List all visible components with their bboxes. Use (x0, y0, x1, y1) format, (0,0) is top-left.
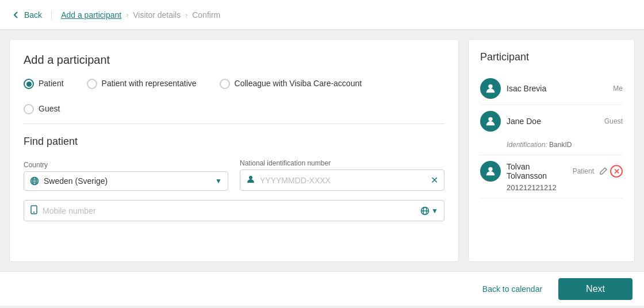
participant-info-isac: Isac Brevia (507, 84, 607, 93)
back-button[interactable]: Back (12, 10, 52, 20)
tolvan-id: 201212121212 (507, 183, 623, 192)
clear-national-id-button[interactable]: ✕ (431, 175, 438, 186)
mobile-row: ▼ (24, 200, 444, 221)
country-input-wrapper[interactable]: Sweden (Sverige) ▼ (24, 171, 228, 191)
national-id-input[interactable] (260, 176, 428, 185)
find-patient-title: Find patient (24, 136, 444, 148)
radio-group: Patient Patient with representative Coll… (24, 78, 444, 90)
identification-value-jane: BankID (549, 141, 572, 149)
mobile-field: ▼ (24, 200, 444, 221)
avatar-jane (480, 111, 501, 132)
national-id-label: National identification number (240, 159, 444, 167)
mobile-icon (30, 205, 38, 216)
edit-participant-button[interactable] (600, 167, 608, 176)
radio-patient-rep-circle (87, 79, 97, 89)
next-button[interactable]: Next (558, 278, 632, 300)
participant-badge-isac: Me (613, 84, 623, 93)
footer: Back to calendar Next (0, 271, 644, 306)
form-row-country-id: Country Sweden (Sverige) ▼ (24, 159, 444, 191)
globe-icon (30, 176, 39, 186)
participant-identification-jane: Identification: BankID (507, 141, 572, 149)
mobile-input[interactable] (43, 206, 420, 215)
breadcrumb-visitor-details: Visitor details (133, 10, 181, 20)
participant-actions-tolvan: ✕ (600, 165, 623, 178)
svg-point-11 (488, 84, 492, 88)
avatar-tolvan (480, 161, 501, 182)
participant-item-isac: Isac Brevia Me (480, 72, 623, 105)
breadcrumb-sep-2: › (185, 11, 187, 19)
country-label: Country (24, 161, 228, 169)
breadcrumb-add-participant[interactable]: Add a participant (61, 10, 121, 20)
divider (24, 124, 444, 124)
participant-name-jane: Jane Doe (507, 117, 599, 126)
participant-name-isac: Isac Brevia (507, 84, 607, 93)
left-panel: Add a participant Patient Patient with r… (9, 39, 459, 262)
svg-point-5 (249, 176, 252, 179)
radio-patient-rep-label: Patient with representative (102, 78, 197, 90)
participant-panel-title: Participant (480, 51, 623, 63)
svg-point-12 (488, 117, 492, 121)
radio-guest[interactable]: Guest (24, 103, 444, 115)
radio-guest-label: Guest (39, 103, 60, 115)
radio-guest-circle (24, 104, 34, 114)
country-field: Country Sweden (Sverige) ▼ (24, 161, 228, 191)
breadcrumb-confirm: Confirm (192, 10, 220, 20)
mobile-input-wrapper[interactable]: ▼ (24, 200, 444, 221)
tolvan-national-id: 201212121212 (507, 183, 557, 192)
globe-flag-icon[interactable]: ▼ (420, 206, 438, 215)
country-value: Sweden (Sverige) (44, 176, 215, 186)
breadcrumb-sep-1: › (126, 11, 128, 19)
radio-patient-rep[interactable]: Patient with representative (87, 78, 197, 90)
participant-name-tolvan: Tolvan Tolvansson (507, 162, 567, 180)
back-to-calendar-button[interactable]: Back to calendar (473, 280, 551, 298)
right-panel: Participant Isac Brevia Me Jane Doe Gues… (468, 39, 635, 262)
breadcrumb: Add a participant › Visitor details › Co… (52, 10, 220, 20)
participant-badge-jane: Guest (604, 117, 623, 125)
avatar-isac (480, 78, 501, 99)
main-content: Add a participant Patient Patient with r… (0, 30, 644, 271)
chevron-down-icon[interactable]: ▼ (215, 177, 222, 185)
radio-colleague-label: Colleague with Visiba Care-account (235, 78, 362, 90)
radio-patient-label: Patient (39, 78, 64, 90)
participant-item-tolvan: Tolvan Tolvansson Patient ✕ 201212121212 (480, 155, 623, 198)
svg-point-13 (488, 167, 492, 171)
chevron-down-icon: ▼ (431, 207, 438, 215)
person-icon (246, 175, 255, 186)
participant-item-jane: Jane Doe Guest Identification: BankID (480, 105, 623, 155)
header: Back Add a participant › Visitor details… (0, 0, 644, 30)
radio-colleague-circle (220, 79, 230, 89)
tolvan-top: Tolvan Tolvansson Patient ✕ (480, 161, 623, 182)
radio-patient-circle (24, 79, 34, 89)
participant-badge-tolvan: Patient (573, 167, 594, 175)
national-id-input-wrapper[interactable]: ✕ (240, 170, 444, 191)
radio-colleague[interactable]: Colleague with Visiba Care-account (220, 78, 362, 90)
radio-patient[interactable]: Patient (24, 78, 64, 90)
remove-participant-button[interactable]: ✕ (610, 165, 623, 178)
section-title: Add a participant (24, 53, 444, 67)
national-id-field: National identification number ✕ (240, 159, 444, 191)
back-label: Back (24, 10, 42, 20)
participant-info-jane: Jane Doe (507, 117, 599, 126)
participant-info-tolvan: Tolvan Tolvansson (507, 162, 567, 180)
